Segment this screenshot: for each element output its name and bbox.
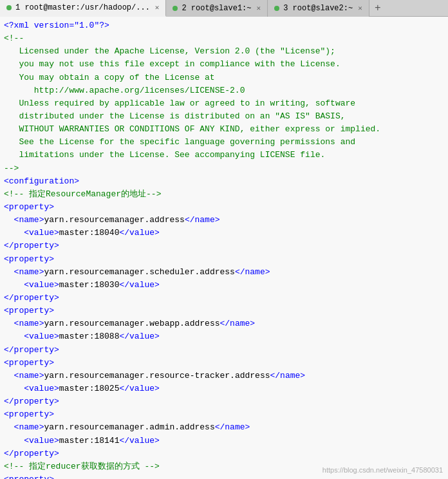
line-12: limitations under the License. See accom… xyxy=(4,149,444,162)
line-1: <!-- xyxy=(4,32,444,45)
line-8: Unless required by applicable law or agr… xyxy=(4,97,444,110)
line-3: you may not use this file except in comp… xyxy=(4,58,444,71)
tab-2[interactable]: 2 root@slave1:~ ✕ xyxy=(166,0,268,17)
line-34: <value>master:18141</value> xyxy=(4,435,444,447)
tab-add-button[interactable]: + xyxy=(369,0,386,17)
line-28: <property> xyxy=(4,357,444,370)
line-31: </property> xyxy=(4,395,444,408)
watermark: https://blog.csdn.net/weixin_47580031 xyxy=(322,466,443,474)
line-24: <property> xyxy=(4,305,444,317)
tab-2-label: 2 root@slave1:~ xyxy=(182,4,251,13)
line-15: <!-- 指定ResourceManager的地址--> xyxy=(4,188,444,201)
line-18: <value>master:18040</value> xyxy=(4,227,444,240)
line-29: <name>yarn.resourcemanager.resource-trac… xyxy=(4,370,444,382)
line-14: <configuration> xyxy=(4,175,444,188)
tab-bar: 1 root@master:/usr/hadoop/... ✕ 2 root@s… xyxy=(0,0,448,17)
tab-3-dot xyxy=(274,6,279,11)
line-11: See the License for the specific languag… xyxy=(4,136,444,149)
line-23: </property> xyxy=(4,292,444,305)
tab-3[interactable]: 3 root@slave2:~ ✕ xyxy=(268,0,369,17)
editor-area: <?xml version="1.0"?><!-- Licensed under… xyxy=(0,17,448,479)
line-27: </property> xyxy=(4,344,444,357)
line-6: http://www.apache.org/licenses/LICENSE-2… xyxy=(4,84,444,97)
tab-1-close[interactable]: ✕ xyxy=(155,3,160,12)
line-26: <value>master:18088</value> xyxy=(4,330,444,343)
tab-3-close[interactable]: ✕ xyxy=(358,4,362,12)
tab-1[interactable]: 1 root@master:/usr/hadoop/... ✕ xyxy=(0,0,166,17)
line-37: <property> xyxy=(4,473,444,479)
tab-1-label: 1 root@master:/usr/hadoop/... xyxy=(15,3,150,12)
line-19: </property> xyxy=(4,240,444,252)
line-25: <name>yarn.resourcemanager.webapp.addres… xyxy=(4,317,444,330)
line-9: distributed under the License is distrib… xyxy=(4,110,444,123)
line-17: <name>yarn.resourcemanager.address</name… xyxy=(4,214,444,227)
line-35: </property> xyxy=(4,447,444,460)
tab-2-close[interactable]: ✕ xyxy=(257,4,261,12)
line-20: <property> xyxy=(4,253,444,266)
line-4: You may obtain a copy of the License at xyxy=(4,71,444,84)
tab-2-dot xyxy=(173,6,178,11)
line-2: Licensed under the Apache License, Versi… xyxy=(4,45,444,58)
tab-3-label: 3 root@slave2:~ xyxy=(283,4,353,13)
line-13: --> xyxy=(4,162,444,175)
line-0: <?xml version="1.0"?> xyxy=(4,19,444,32)
line-22: <value>master:18030</value> xyxy=(4,279,444,292)
line-32: <property> xyxy=(4,408,444,421)
line-33: <name>yarn.resourcemanager.admin.address… xyxy=(4,421,444,434)
line-21: <name>yarn.resourcemanager.scheduler.add… xyxy=(4,266,444,279)
line-30: <value>master:18025</value> xyxy=(4,382,444,395)
line-16: <property> xyxy=(4,201,444,214)
tab-1-dot xyxy=(6,5,12,10)
line-10: WITHOUT WARRANTIES OR CONDITIONS OF ANY … xyxy=(4,123,444,136)
